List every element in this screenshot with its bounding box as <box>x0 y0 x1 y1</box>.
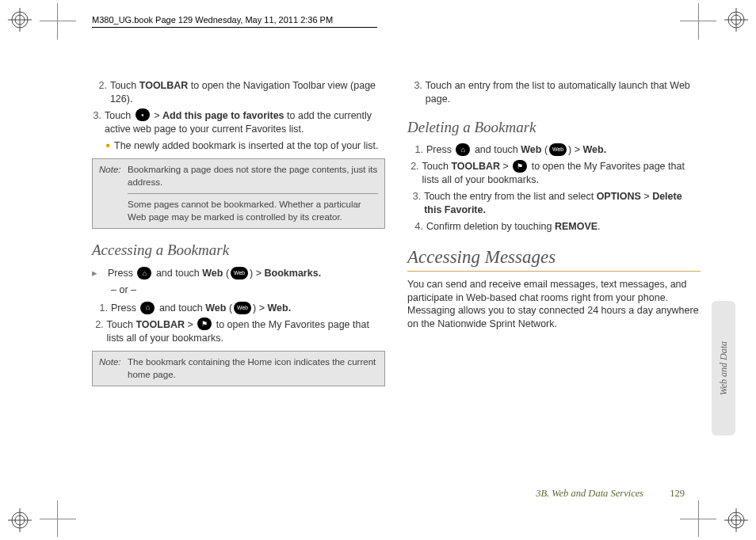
footer-section: 3B. Web and Data Services <box>536 488 643 499</box>
crop-guide <box>40 21 76 21</box>
step-number: 2. <box>407 160 419 187</box>
header-rule <box>92 27 377 28</box>
step-number: 3. <box>407 190 421 217</box>
step-text: Touch an entry from the list to automati… <box>426 79 701 106</box>
crop-mark-top-right <box>724 8 748 32</box>
note-label: Note: <box>99 356 128 381</box>
note-box: Note: The bookmark containing the Home i… <box>92 351 385 386</box>
web-icon: Web <box>231 267 248 280</box>
heading-deleting-bookmark: Deleting a Bookmark <box>407 117 701 138</box>
step-number: 2. <box>92 318 104 345</box>
or-separator: – or – <box>111 283 385 297</box>
note-text: Some pages cannot be bookmarked. Whether… <box>128 199 378 223</box>
list-item: 3. Touch the entry from the list and sel… <box>407 190 701 217</box>
step-text: Touch the entry from the list and select… <box>424 190 701 217</box>
sublist-text: The newly added bookmark is inserted at … <box>114 139 379 153</box>
step-number: 2. <box>92 79 107 106</box>
favorites-flag-icon: ⚑ <box>513 160 527 173</box>
step-text: Press ⌂ and touch Web (Web) > Web. <box>426 143 606 157</box>
crop-guide <box>40 519 76 519</box>
step-number: 3. <box>407 79 422 106</box>
step-number: 3. <box>92 109 101 136</box>
footer-page-number: 129 <box>670 488 685 499</box>
note-body: The bookmark containing the Home icon in… <box>128 356 378 381</box>
crop-mark-top-left <box>8 8 32 32</box>
home-icon: ⌂ <box>137 267 151 280</box>
step-text: Touch ⭑ > Add this page to favorites to … <box>105 109 385 136</box>
list-item: 3. Touch ⭑ > Add this page to favorites … <box>92 109 385 136</box>
note-body: Bookmarking a page does not store the pa… <box>128 164 378 223</box>
list-item: 2. Touch TOOLBAR > ⚑ to open the My Favo… <box>407 160 701 187</box>
side-tab: Web and Data <box>712 301 735 435</box>
page-footer: 3B. Web and Data Services 129 <box>536 487 685 500</box>
web-icon: Web <box>234 302 251 314</box>
crop-guide <box>57 3 58 40</box>
home-icon: ⌂ <box>456 143 470 156</box>
step-text: Press ⌂ and touch Web (Web) > Bookmarks. <box>108 267 321 280</box>
triangle-icon: ▸ <box>92 267 108 280</box>
heading-accessing-bookmark: Accessing a Bookmark <box>92 240 385 260</box>
column-right: 3. Touch an entry from the list to autom… <box>407 79 701 393</box>
step-text: Press ⌂ and touch Web (Web) > Web. <box>111 302 291 315</box>
list-item: ▸ Press ⌂ and touch Web (Web) > Bookmark… <box>92 267 385 280</box>
step-number: 4. <box>407 220 423 234</box>
page-header: M380_UG.book Page 129 Wednesday, May 11,… <box>92 14 333 26</box>
list-item: 2. Touch TOOLBAR to open the Navigation … <box>92 79 385 106</box>
side-tab-label: Web and Data <box>717 341 730 395</box>
list-item: 1. Press ⌂ and touch Web (Web) > Web. <box>92 302 385 315</box>
heading-accessing-messages: Accessing Messages <box>407 245 701 272</box>
note-box: Note: Bookmarking a page does not store … <box>92 158 385 229</box>
list-item: 1. Press ⌂ and touch Web (Web) > Web. <box>407 143 701 157</box>
note-divider <box>128 193 378 194</box>
sublist-item: ■ The newly added bookmark is inserted a… <box>106 139 385 153</box>
favorites-icon: ⭑ <box>136 108 150 121</box>
body-text: You can send and receive email messages,… <box>407 278 701 332</box>
favorites-flag-icon: ⚑ <box>197 318 212 330</box>
step-number: 1. <box>92 302 108 315</box>
crop-mark-bottom-left <box>8 508 32 532</box>
crop-guide <box>680 21 716 21</box>
crop-guide <box>680 519 716 519</box>
note-label: Note: <box>99 164 128 223</box>
step-text: Confirm deletion by touching REMOVE. <box>426 220 601 234</box>
column-left: 2. Touch TOOLBAR to open the Navigation … <box>92 79 385 393</box>
step-number: 1. <box>407 143 423 157</box>
crop-guide <box>698 3 699 40</box>
crop-mark-bottom-right <box>724 508 748 532</box>
step-text: Touch TOOLBAR > ⚑ to open the My Favorit… <box>107 318 385 345</box>
step-text: Touch TOOLBAR > ⚑ to open the My Favorit… <box>422 160 701 187</box>
home-icon: ⌂ <box>140 302 155 314</box>
list-item: 2. Touch TOOLBAR > ⚑ to open the My Favo… <box>92 318 385 345</box>
list-item: 4. Confirm deletion by touching REMOVE. <box>407 220 701 234</box>
step-text: Touch TOOLBAR to open the Navigation Too… <box>110 79 385 106</box>
bullet-icon: ■ <box>106 139 114 153</box>
list-item: 3. Touch an entry from the list to autom… <box>407 79 701 106</box>
web-icon: Web <box>549 143 567 156</box>
note-text: Bookmarking a page does not store the pa… <box>128 164 378 188</box>
